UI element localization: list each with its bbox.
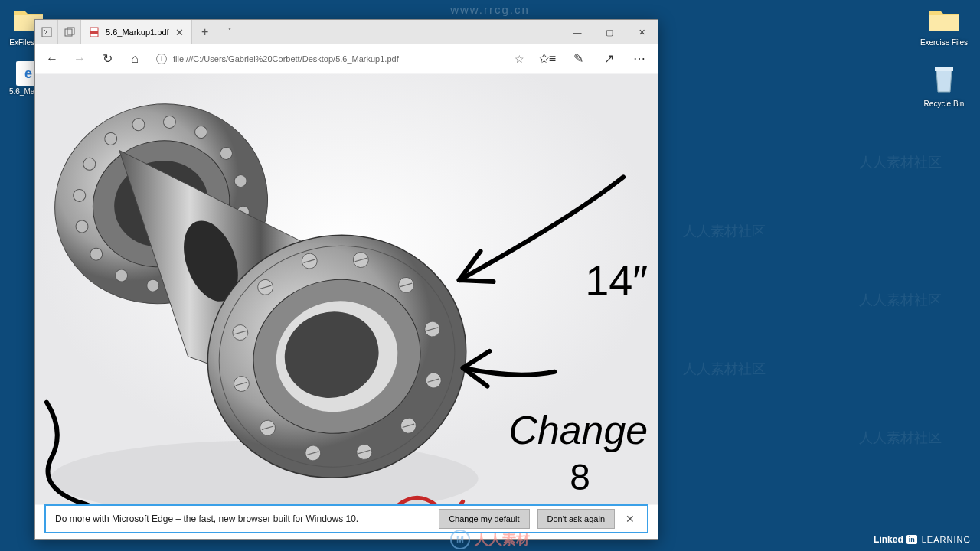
set-aside-icon (41, 27, 52, 37)
desktop-folder-exercise[interactable]: Exercise Files (917, 6, 971, 47)
back-button[interactable]: ← (40, 47, 64, 71)
refresh-button[interactable]: ↻ (95, 47, 119, 71)
close-window-button[interactable]: ✕ (626, 20, 658, 44)
watermark-circle-icon: M (450, 530, 470, 549)
address-bar: ← → ↻ ⌂ i file:///C:/Users/Gabriel%20Cor… (35, 44, 658, 73)
svg-rect-2 (67, 28, 74, 34)
titlebar[interactable]: 5.6_Markup1.pdf ✕ + ˅ — ▢ ✕ (35, 20, 658, 44)
change-default-button[interactable]: Change my default (439, 509, 529, 529)
tabs-icon (64, 27, 75, 37)
dont-ask-button[interactable]: Don't ask again (537, 509, 615, 529)
watermark-text: 人人素材社区 (859, 429, 942, 447)
svg-rect-4 (90, 31, 98, 34)
url-text: file:///C:/Users/Gabriel%20Corbett/Deskt… (173, 54, 508, 64)
maximize-button[interactable]: ▢ (593, 20, 626, 44)
pdf-file-icon (89, 27, 100, 37)
desktop-label: Exercise Files (917, 38, 971, 47)
share-button[interactable]: ↗ (595, 47, 622, 71)
linkedin-learning-text: LEARNING (922, 535, 971, 544)
annotation-dimension: 14″ (585, 256, 648, 305)
folder-icon (928, 6, 960, 34)
watermark-brand: 人人素材 (475, 530, 530, 549)
watermark-text: 人人素材社区 (683, 222, 766, 240)
notes-button[interactable]: ✎ (564, 47, 592, 71)
tab-set-aside-button[interactable] (35, 20, 58, 44)
desktop-recycle-bin[interactable]: Recycle Bin (917, 63, 971, 108)
watermark-logo: M 人人素材 (450, 530, 530, 549)
linkedin-in-icon: in (906, 535, 917, 544)
svg-rect-1 (65, 29, 72, 36)
notification-text: Do more with Microsoft Edge – the fast, … (55, 514, 431, 524)
tab-close-button[interactable]: ✕ (175, 27, 184, 38)
home-button[interactable]: ⌂ (122, 47, 147, 71)
linkedin-learning-badge: Linked in LEARNING (874, 534, 971, 545)
forward-button[interactable]: → (67, 47, 92, 71)
tab-chevron-button[interactable]: ˅ (218, 20, 241, 44)
tab-title: 5.6_Markup1.pdf (106, 28, 169, 37)
annotation-number: 8 (570, 457, 590, 497)
info-icon[interactable]: i (156, 54, 167, 64)
pdf-viewport[interactable]: 14″ Change 8 (35, 73, 658, 505)
notification-close-button[interactable]: ✕ (622, 513, 638, 525)
watermark-text: 人人素材社区 (859, 153, 942, 171)
recycle-bin-icon (930, 63, 958, 95)
watermark-url: www.rrcg.cn (450, 3, 530, 16)
url-input[interactable]: i file:///C:/Users/Gabriel%20Corbett/Des… (150, 53, 531, 65)
new-tab-button[interactable]: + (192, 20, 218, 44)
desktop-label: Recycle Bin (917, 99, 971, 108)
browser-tab[interactable]: 5.6_Markup1.pdf ✕ (81, 20, 192, 44)
favorites-button[interactable]: ✩≡ (534, 47, 561, 71)
more-button[interactable]: ⋯ (626, 47, 653, 71)
annotation-change: Change (508, 409, 648, 453)
titlebar-drag[interactable] (241, 20, 561, 44)
pdf-content: 14″ Change 8 (35, 73, 658, 505)
favorite-star-icon[interactable]: ☆ (514, 53, 524, 65)
tabs-set-aside-button[interactable] (58, 20, 81, 44)
watermark-text: 人人素材社区 (859, 291, 942, 309)
minimize-button[interactable]: — (561, 20, 593, 44)
linkedin-text: Linked (874, 534, 903, 545)
watermark-text: 人人素材社区 (683, 360, 766, 378)
browser-window: 5.6_Markup1.pdf ✕ + ˅ — ▢ ✕ ← → ↻ ⌂ i fi… (34, 19, 658, 540)
edge-notification-bar: Do more with Microsoft Edge – the fast, … (44, 504, 648, 533)
